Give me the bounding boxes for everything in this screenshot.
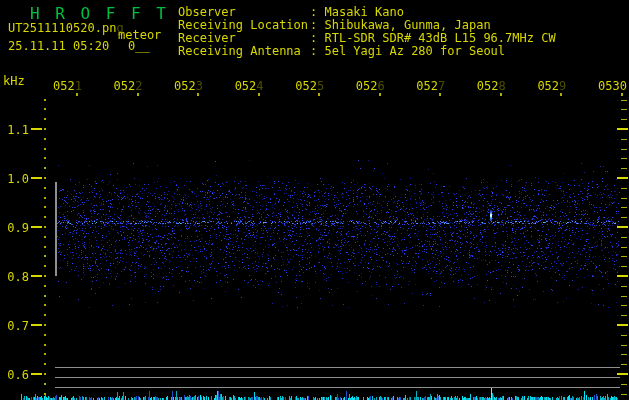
freq-minor-tick-left <box>44 295 46 297</box>
info-value: Shibukawa, Gunma, Japan <box>324 18 490 31</box>
freq-minor-tick-right <box>621 168 627 169</box>
freq-minor-tick-right <box>621 119 627 120</box>
baseline-line <box>55 377 620 378</box>
time-tick-tail: 7 <box>438 79 445 93</box>
freq-minor-tick-left <box>44 148 46 150</box>
time-tick-head: 052 <box>416 79 438 93</box>
freq-minor-tick-left <box>44 236 46 238</box>
info-separator: : <box>310 31 324 44</box>
baseline-line <box>55 387 620 388</box>
time-tick-label: 0523 <box>174 79 203 93</box>
freq-major-tick-left <box>31 128 42 130</box>
time-tick-head: 052 <box>537 79 559 93</box>
freq-minor-tick-left <box>44 177 46 179</box>
echo-counter: 0__ <box>128 40 150 52</box>
time-tick-tail: 5 <box>317 79 324 93</box>
spectrogram-canvas <box>0 0 629 400</box>
freq-tick-label: 0.7 <box>3 319 29 333</box>
freq-minor-tick-right <box>621 207 627 208</box>
freq-tick-label: 1.0 <box>3 172 29 186</box>
freq-tick-label: 0.8 <box>3 270 29 284</box>
time-minute-tick <box>197 93 199 96</box>
freq-minor-tick-right <box>621 345 627 346</box>
freq-minor-tick-left <box>44 157 46 159</box>
time-minute-tick <box>137 93 139 96</box>
time-minute-tick <box>621 93 623 96</box>
freq-major-tick-right <box>617 324 628 326</box>
freq-major-tick-left <box>31 324 42 326</box>
info-separator: : <box>310 44 324 57</box>
time-tick-head: 052 <box>174 79 196 93</box>
freq-minor-tick-right <box>621 188 627 189</box>
freq-minor-tick-right <box>621 394 627 395</box>
freq-major-tick-right <box>617 373 628 375</box>
baseline-line <box>55 367 620 368</box>
freq-minor-tick-left <box>44 393 46 395</box>
time-minute-tick <box>560 93 562 96</box>
freq-major-tick-right <box>617 226 628 228</box>
info-row-antenna: Receiving Antenna: 5el Yagi Az 280 for S… <box>178 44 556 57</box>
freq-major-tick-right <box>617 275 628 277</box>
app-title: H R O F F T <box>30 6 169 22</box>
echo-range-marker <box>55 182 57 276</box>
freq-major-tick-left <box>31 373 42 375</box>
capture-filename: UT2511110520.png <box>8 22 124 34</box>
freq-minor-tick-left <box>44 265 46 267</box>
capture-filename-text: UT2511110520.pn <box>8 21 116 35</box>
freq-major-tick-left <box>31 177 42 179</box>
freq-minor-tick-left <box>44 324 46 326</box>
time-tick-tail: 8 <box>499 79 506 93</box>
freq-minor-tick-right <box>621 256 627 257</box>
freq-minor-tick-left <box>44 246 46 248</box>
freq-major-tick-right <box>617 177 628 179</box>
time-tick-label: 0522 <box>114 79 143 93</box>
freq-tick-label: 0.9 <box>3 221 29 235</box>
time-tick-head: 052 <box>356 79 378 93</box>
time-minute-tick <box>439 93 441 96</box>
freq-minor-tick-right <box>621 217 627 218</box>
time-tick-tail: 1 <box>75 79 82 93</box>
freq-minor-tick-left <box>44 353 46 355</box>
freq-minor-tick-right <box>621 335 627 336</box>
freq-tick-label: 1.1 <box>3 123 29 137</box>
freq-minor-tick-right <box>621 305 627 306</box>
freq-minor-tick-right <box>621 100 627 101</box>
info-label: Receiving Location <box>178 18 310 31</box>
freq-major-tick-left <box>31 275 42 277</box>
time-tick-tail: 2 <box>135 79 142 93</box>
info-value: 5el Yagi Az 280 for Seoul <box>324 44 505 57</box>
time-tick-head: 053 <box>598 79 620 93</box>
freq-minor-tick-left <box>44 216 46 218</box>
freq-minor-tick-right <box>621 139 627 140</box>
freq-minor-tick-left <box>44 118 46 120</box>
station-info: Observer: Masaki Kano Receiving Location… <box>178 5 556 57</box>
freq-minor-tick-left <box>44 187 46 189</box>
freq-minor-tick-right <box>621 198 627 199</box>
time-minute-tick <box>500 93 502 96</box>
freq-minor-tick-right <box>621 354 627 355</box>
freq-minor-tick-left <box>44 383 46 385</box>
time-tick-label: 0521 <box>53 79 82 93</box>
time-tick-head: 052 <box>114 79 136 93</box>
freq-minor-tick-right <box>621 247 627 248</box>
freq-minor-tick-right <box>621 158 627 159</box>
freq-minor-tick-right <box>621 266 627 267</box>
time-minute-tick <box>76 93 78 96</box>
time-tick-tail: 6 <box>377 79 384 93</box>
freq-minor-tick-right <box>621 296 627 297</box>
freq-minor-tick-right <box>621 315 627 316</box>
info-separator: : <box>310 18 324 31</box>
info-row-location: Receiving Location: Shibukawa, Gunma, Ja… <box>178 18 556 31</box>
info-label: Receiver <box>178 31 310 44</box>
time-tick-head: 052 <box>477 79 499 93</box>
time-minute-tick <box>379 93 381 96</box>
time-minute-tick <box>258 93 260 96</box>
info-label: Observer <box>178 5 310 18</box>
info-row-receiver: Receiver: RTL-SDR SDR# 43dB L15 96.7MHz … <box>178 31 556 44</box>
time-tick-label: 0525 <box>295 79 324 93</box>
freq-minor-tick-left <box>44 304 46 306</box>
freq-minor-tick-right <box>621 149 627 150</box>
time-tick-label: 0528 <box>477 79 506 93</box>
freq-axis-unit: kHz <box>3 75 25 87</box>
time-tick-label: 0524 <box>235 79 264 93</box>
